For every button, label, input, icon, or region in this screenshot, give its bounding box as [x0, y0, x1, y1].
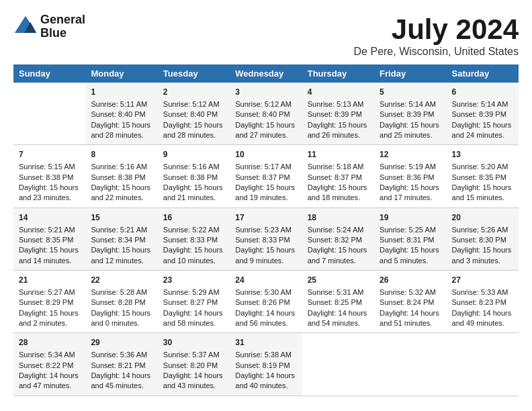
day-info-line: and 54 minutes. — [308, 319, 360, 327]
day-info-line: and 47 minutes. — [19, 381, 71, 390]
calendar-cell — [374, 333, 446, 396]
day-number: 17 — [235, 212, 296, 224]
day-info-line: and 56 minutes. — [235, 319, 287, 327]
day-number: 26 — [380, 275, 441, 286]
day-info-line: Sunrise: 5:29 AM — [163, 288, 220, 296]
day-number: 25 — [308, 275, 369, 286]
calendar-cell: 1Sunrise: 5:11 AMSunset: 8:40 PMDaylight… — [85, 83, 157, 145]
logo-text: General Blue — [40, 13, 85, 40]
day-info-line: Sunset: 8:39 PM — [380, 110, 434, 118]
day-info-line: Sunrise: 5:12 AM — [235, 100, 292, 108]
calendar-body: 1Sunrise: 5:11 AMSunset: 8:40 PMDaylight… — [13, 83, 519, 396]
day-info-line: and 22 minutes. — [91, 193, 143, 201]
calendar-cell: 13Sunrise: 5:20 AMSunset: 8:35 PMDayligh… — [447, 145, 519, 208]
calendar-cell: 18Sunrise: 5:24 AMSunset: 8:32 PMDayligh… — [302, 208, 374, 270]
day-info-line: Sunrise: 5:22 AM — [163, 226, 220, 234]
main-title: July 2024 — [354, 13, 519, 46]
day-info-line: and 7 minutes. — [308, 257, 356, 265]
header-day: Wednesday — [230, 64, 302, 83]
day-number: 4 — [308, 87, 369, 98]
day-info-line: and 45 minutes. — [91, 381, 143, 390]
calendar-cell: 21Sunrise: 5:27 AMSunset: 8:29 PMDayligh… — [13, 271, 85, 333]
calendar-cell: 27Sunrise: 5:33 AMSunset: 8:23 PMDayligh… — [447, 271, 519, 333]
calendar-cell: 7Sunrise: 5:15 AMSunset: 8:38 PMDaylight… — [13, 145, 85, 208]
day-info-line: Sunrise: 5:21 AM — [91, 226, 147, 234]
calendar-week-row: 7Sunrise: 5:15 AMSunset: 8:38 PMDaylight… — [13, 145, 519, 208]
day-info-line: Daylight: 15 hours — [91, 309, 150, 317]
day-info-line: and 24 minutes. — [452, 131, 504, 139]
day-info-line: Daylight: 15 hours — [163, 246, 223, 254]
day-info-line: Daylight: 15 hours — [308, 183, 367, 191]
day-info-line: Sunrise: 5:13 AM — [308, 100, 364, 108]
header-day: Friday — [374, 64, 446, 83]
day-info-line: Sunset: 8:33 PM — [235, 236, 290, 244]
logo: General Blue — [13, 13, 85, 40]
day-info-line: Sunrise: 5:16 AM — [163, 163, 220, 171]
calendar-cell: 8Sunrise: 5:16 AMSunset: 8:38 PMDaylight… — [85, 145, 157, 208]
day-info-line: and 49 minutes. — [452, 319, 504, 327]
day-info-line: Daylight: 15 hours — [308, 121, 367, 129]
day-info-line: and 27 minutes. — [235, 131, 287, 139]
day-info-line: Sunrise: 5:14 AM — [380, 100, 436, 108]
header-day: Saturday — [447, 64, 519, 83]
day-number: 6 — [452, 87, 513, 98]
page-header: General Blue July 2024 De Pere, Wisconsi… — [13, 13, 519, 58]
day-number: 28 — [19, 337, 80, 349]
day-info-line: Sunset: 8:25 PM — [308, 298, 362, 306]
day-info-line: Sunrise: 5:19 AM — [380, 163, 436, 171]
day-info-line: Sunset: 8:20 PM — [163, 361, 218, 369]
day-info-line: Sunset: 8:27 PM — [163, 298, 218, 306]
day-info-line: Sunrise: 5:11 AM — [91, 100, 147, 108]
header-row: SundayMondayTuesdayWednesdayThursdayFrid… — [13, 64, 519, 83]
day-info-line: and 3 minutes. — [452, 257, 500, 265]
day-info-line: Daylight: 15 hours — [91, 183, 150, 191]
day-info-line: and 19 minutes. — [235, 193, 287, 201]
day-info-line: Sunset: 8:33 PM — [163, 236, 218, 244]
calendar-cell: 4Sunrise: 5:13 AMSunset: 8:39 PMDaylight… — [302, 83, 374, 145]
calendar-week-row: 14Sunrise: 5:21 AMSunset: 8:35 PMDayligh… — [13, 208, 519, 270]
day-info-line: Daylight: 15 hours — [19, 183, 79, 191]
day-number: 22 — [91, 275, 152, 286]
day-info-line: Sunset: 8:36 PM — [380, 173, 434, 181]
day-info-line: and 5 minutes. — [380, 257, 428, 265]
calendar-cell: 30Sunrise: 5:37 AMSunset: 8:20 PMDayligh… — [158, 333, 230, 396]
calendar-cell: 14Sunrise: 5:21 AMSunset: 8:35 PMDayligh… — [13, 208, 85, 270]
day-info-line: Sunrise: 5:18 AM — [308, 163, 364, 171]
header-day: Sunday — [13, 64, 85, 83]
day-info-line: Daylight: 15 hours — [19, 246, 79, 254]
day-info-line: Sunrise: 5:24 AM — [308, 226, 364, 234]
day-info-line: Daylight: 14 hours — [19, 371, 79, 379]
day-info-line: Daylight: 14 hours — [163, 371, 223, 379]
calendar-cell: 12Sunrise: 5:19 AMSunset: 8:36 PMDayligh… — [374, 145, 446, 208]
day-info-line: Daylight: 15 hours — [19, 309, 79, 317]
calendar-week-row: 28Sunrise: 5:34 AMSunset: 8:22 PMDayligh… — [13, 333, 519, 396]
calendar-cell: 2Sunrise: 5:12 AMSunset: 8:40 PMDaylight… — [158, 83, 230, 145]
calendar-cell: 6Sunrise: 5:14 AMSunset: 8:39 PMDaylight… — [447, 83, 519, 145]
day-info-line: Daylight: 14 hours — [452, 309, 512, 317]
day-number: 15 — [91, 212, 152, 224]
day-info-line: and 23 minutes. — [19, 193, 71, 201]
day-number: 20 — [452, 212, 513, 224]
day-info-line: Sunset: 8:35 PM — [19, 236, 73, 244]
day-info-line: Sunrise: 5:27 AM — [19, 288, 75, 296]
calendar-cell: 23Sunrise: 5:29 AMSunset: 8:27 PMDayligh… — [158, 271, 230, 333]
day-info-line: Sunset: 8:37 PM — [235, 173, 290, 181]
logo-icon — [13, 15, 38, 39]
day-info-line: Sunset: 8:21 PM — [91, 361, 145, 369]
day-info-line: Sunrise: 5:14 AM — [452, 100, 508, 108]
day-info-line: Sunset: 8:29 PM — [19, 298, 73, 306]
day-info-line: Daylight: 15 hours — [380, 246, 439, 254]
day-info-line: Sunset: 8:24 PM — [380, 298, 434, 306]
day-info-line: Sunrise: 5:37 AM — [163, 351, 220, 359]
day-info-line: Daylight: 15 hours — [380, 183, 439, 191]
day-info-line: Sunrise: 5:25 AM — [380, 226, 436, 234]
day-info-line: Sunset: 8:40 PM — [235, 110, 290, 118]
day-info-line: and 10 minutes. — [163, 257, 216, 265]
day-info-line: Sunrise: 5:21 AM — [19, 226, 75, 234]
calendar-cell: 11Sunrise: 5:18 AMSunset: 8:37 PMDayligh… — [302, 145, 374, 208]
day-info-line: Daylight: 15 hours — [91, 246, 150, 254]
day-info-line: and 14 minutes. — [19, 257, 71, 265]
day-info-line: Sunrise: 5:17 AM — [235, 163, 292, 171]
day-info-line: and 58 minutes. — [163, 319, 216, 327]
day-number: 7 — [19, 149, 80, 161]
